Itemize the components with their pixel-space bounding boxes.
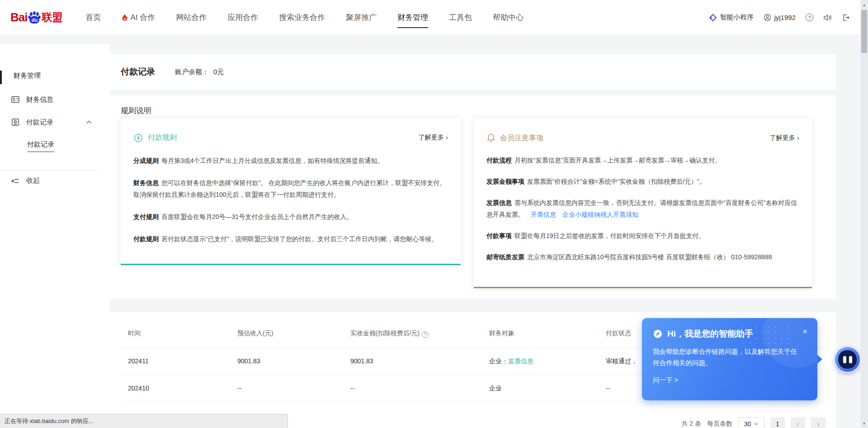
flame-icon <box>122 14 128 22</box>
logo-text-du: du <box>29 16 39 24</box>
baidu-union-logo[interactable]: Bai du 联盟 <box>10 10 62 24</box>
svg-text:¥: ¥ <box>137 136 140 141</box>
coin-icon: ¥ <box>133 133 143 143</box>
cell-time: 202410 <box>128 385 149 392</box>
per-page-select[interactable]: 30 <box>738 417 764 428</box>
sidebar: 财务管理 财务信息 付款记录 付款记录 <box>0 44 110 428</box>
rule-paragraph: 分成规则每月第3或4个工作日产出上月分成信息及发票信息，如有特殊情况将提前通知。 <box>133 155 448 166</box>
nav-item-website[interactable]: 网站合作 <box>165 0 217 35</box>
cell-estimated: 9001.83 <box>237 357 260 365</box>
logo-text-bai: Bai <box>10 10 27 24</box>
nav-item-app[interactable]: 应用合作 <box>217 0 269 35</box>
rule-paragraph: 发票信息需与系统内发票信息内容完全一致，否则无法支付。请根据发票信息页面中“百度… <box>486 197 799 220</box>
nav-item-help-center[interactable]: 帮助中心 <box>482 0 534 35</box>
robot-face-icon <box>838 350 857 369</box>
rule-paragraph: 付款规则若付款状态显示“已支付”，说明联盟已安排了您的付款。支付后三个工作日内到… <box>133 233 448 245</box>
chevron-right-icon: › <box>797 134 799 142</box>
finance-info-icon <box>11 95 20 104</box>
balance-value: 0元 <box>213 68 224 76</box>
small-taxpayer-notice-link[interactable]: 企业小规模纳税人开票须知 <box>562 211 638 218</box>
cell-payment-status: -- <box>606 385 610 392</box>
payment-record-header-panel: 付款记录 账户余额：0元 <box>110 54 836 90</box>
sidebar-divider <box>0 170 98 170</box>
collapse-icon <box>11 177 20 185</box>
close-icon[interactable]: × <box>802 327 807 336</box>
logo-text-union: 联盟 <box>42 10 62 24</box>
assistant-robot-avatar[interactable] <box>834 346 861 373</box>
col-header-payment-status: 付款状态 <box>606 329 631 338</box>
invoice-info-row-link[interactable]: 发票信息 <box>508 357 533 365</box>
chevron-down-icon <box>754 423 759 425</box>
member-notes-card: 会员注意事项 了解更多› 付款流程月初按“发票信息”页面开具发票→上传发票→邮寄… <box>474 119 812 288</box>
cell-time: 202411 <box>128 357 149 365</box>
cell-payment-status: 审核通过， <box>606 357 637 366</box>
account-balance: 账户余额：0元 <box>175 68 224 76</box>
nav-item-toolkit[interactable]: 工具包 <box>439 0 482 35</box>
table-divider <box>121 402 826 402</box>
col-header-finance-object: 财务对象 <box>489 329 514 338</box>
page-title: 付款记录 <box>121 66 155 78</box>
nav-item-home[interactable]: 首页 <box>75 0 111 35</box>
nav-item-finance[interactable]: 财务管理 <box>387 0 439 35</box>
assistant-message: 我会帮助您诊断合作链路问题，以及解答您关于任何合作相关的问题。 <box>653 346 799 369</box>
bell-icon <box>486 133 495 143</box>
col-header-time: 时间 <box>128 329 141 338</box>
cell-finance-object: 企业 <box>489 385 502 393</box>
rule-paragraph: 财务信息您可以在财务信息中选择“保留付款”。 在此期间您产生的收入将在账户内进行… <box>133 177 448 200</box>
rules-heading: 规则说明 <box>121 105 151 116</box>
rule-paragraph: 付款流程月初按“发票信息”页面开具发票→上传发票→邮寄发票→审核→确认支付。 <box>486 154 799 166</box>
prev-page-button[interactable]: ‹ <box>791 417 805 428</box>
scrollbar-thumb[interactable] <box>861 10 867 53</box>
miniprogram-entry[interactable]: 智能小程序 <box>709 13 754 22</box>
scroll-down-arrow[interactable]: ▼ <box>860 419 868 427</box>
nav-item-search-business[interactable]: 搜索业务合作 <box>269 0 335 35</box>
user-icon <box>764 14 771 21</box>
payment-rules-card: ¥ 付款规则 了解更多› 分成规则每月第3或4个工作日产出上月分成信息及发票信息… <box>121 118 461 265</box>
rule-paragraph: 付款事项联盟在每月19日之后签收的发票，付款时间安排在下个月首批支付。 <box>486 230 799 242</box>
cell-estimated: -- <box>237 385 241 392</box>
member-notes-more-link[interactable]: 了解更多› <box>770 134 799 142</box>
sidebar-subitem-payment-record[interactable]: 付款记录 <box>27 140 54 152</box>
page-scrollbar[interactable]: ▲ ▼ <box>860 0 868 428</box>
browser-status-bar: 正在等待 xlab.baidu.com 的响应... <box>0 414 288 428</box>
ask-now-link[interactable]: 问一下 > <box>653 376 678 385</box>
sound-icon[interactable] <box>823 14 832 22</box>
total-count: 共 2 条 <box>681 420 701 428</box>
user-account[interactable]: jyj1992 <box>764 14 796 21</box>
payment-record-icon <box>11 118 20 127</box>
sidebar-section-finance[interactable]: 财务管理 <box>14 71 41 80</box>
cell-received: -- <box>350 385 354 392</box>
rule-paragraph: 发票金额事项发票票面“价税合计”金额=系统中“实收金额（扣除税费后/元）”。 <box>486 176 799 187</box>
top-navbar: Bai du 联盟 首页 AI 合作 网站合作 应用合作 搜索业务合作 聚屏推广… <box>0 0 868 35</box>
col-header-received: 实收金额(扣除税费后/元)? <box>350 329 429 338</box>
assistant-popup: Hi，我是您的智能助手 × 我会帮助您诊断合作链路问题，以及解答您关于任何合作相… <box>642 318 817 400</box>
invoice-info-link[interactable]: 开票信息 <box>531 211 556 218</box>
baidu-paw-icon: du <box>28 11 41 24</box>
payment-rules-more-link[interactable]: 了解更多› <box>419 133 448 142</box>
rule-paragraph: 邮寄纸质发票北京市海淀区西北旺东路10号院百度科技园5号楼 百度联盟财务组（收）… <box>486 251 799 263</box>
payment-rules-title: 付款规则 <box>148 133 177 143</box>
scroll-up-arrow[interactable]: ▲ <box>860 1 868 9</box>
pagination: 共 2 条 每页条数 30 1 ‹ › <box>681 417 826 428</box>
sidebar-item-payment-record[interactable]: 付款记录 <box>11 118 92 127</box>
nav-item-ai[interactable]: AI 合作 <box>111 0 165 35</box>
page-button-1[interactable]: 1 <box>770 417 785 428</box>
chevron-up-icon[interactable] <box>86 120 92 124</box>
active-section-indicator <box>0 71 2 84</box>
member-notes-title: 会员注意事项 <box>500 133 543 143</box>
sidebar-item-finance-info[interactable]: 财务信息 <box>11 95 53 104</box>
main-menu: 首页 AI 合作 网站合作 应用合作 搜索业务合作 聚屏推广 财务管理 工具包 … <box>75 0 534 35</box>
nav-item-screen-promo[interactable]: 聚屏推广 <box>335 0 387 35</box>
help-icon[interactable]: ? <box>806 14 813 21</box>
sidebar-collapse-button[interactable]: 收起 <box>11 176 40 185</box>
navbar-right-cluster: 智能小程序 jyj1992 ? <box>709 13 850 22</box>
per-page-label: 每页条数 <box>707 420 732 428</box>
col-header-estimated: 预估收入(元) <box>237 329 273 338</box>
next-page-button[interactable]: › <box>811 417 826 428</box>
chevron-right-icon: › <box>446 133 448 142</box>
compass-icon <box>653 329 663 339</box>
miniprogram-icon <box>709 14 717 22</box>
column-help-icon[interactable]: ? <box>422 331 429 338</box>
cell-finance-object: 企业：发票信息 <box>489 357 533 366</box>
logout-icon[interactable] <box>842 14 850 22</box>
